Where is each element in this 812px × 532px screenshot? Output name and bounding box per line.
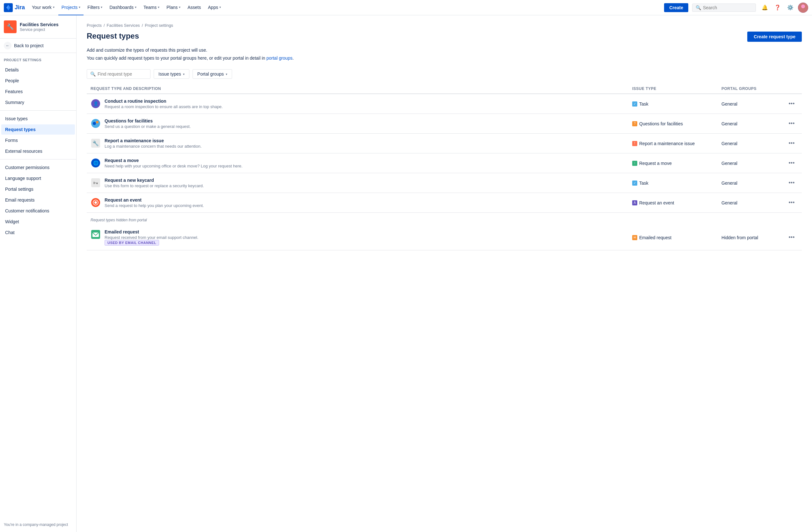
project-info: Facilities Services Service project [20, 22, 58, 32]
find-request-input[interactable] [98, 71, 145, 76]
create-request-type-button[interactable]: Create request type [747, 32, 802, 42]
jira-logo[interactable]: Jira [4, 3, 25, 12]
svg-point-16 [95, 201, 97, 204]
more-options-button[interactable]: ••• [785, 120, 798, 127]
sidebar-item-people[interactable]: People [1, 76, 75, 86]
sidebar-item-issue-types[interactable]: Issue types [1, 114, 75, 124]
settings-section-title: Project settings [0, 53, 76, 64]
table-row[interactable]: Questions for facilities Send us a quest… [87, 114, 802, 134]
nav-projects[interactable]: Projects ▾ [58, 0, 84, 15]
table-row[interactable]: 🗝 Request a new keycard Use this form to… [87, 173, 802, 193]
issue-type-cell: ! Report a maintenance issue [632, 141, 722, 146]
email-icon [91, 230, 100, 239]
sidebar: 🔧 Facilities Services Service project ← … [0, 15, 76, 532]
chevron-down-icon: ▾ [226, 72, 227, 76]
nav-filters[interactable]: Filters ▾ [84, 0, 105, 15]
breadcrumb-facilities[interactable]: Facilities Services [107, 23, 140, 28]
move-type-icon: ↑ [632, 161, 637, 166]
portal-groups-link[interactable]: portal groups [266, 56, 293, 61]
help-icon[interactable]: ❓ [772, 2, 783, 13]
col-issue-type: Issue type [632, 86, 722, 91]
maintenance-icon: ! [632, 141, 637, 146]
request-info: 👤 Conduct a routine inspection Request a… [90, 99, 632, 109]
nav-apps[interactable]: Apps ▾ [205, 0, 224, 15]
portal-group-cell: Hidden from portal [722, 235, 785, 240]
sidebar-item-features[interactable]: Features [1, 86, 75, 97]
table-row[interactable]: 🌐 Request a move Need help with your upc… [87, 154, 802, 173]
nav-plans[interactable]: Plans ▾ [163, 0, 184, 15]
more-options-button[interactable]: ••• [785, 179, 798, 186]
portal-groups-filter[interactable]: Portal groups ▾ [192, 69, 232, 79]
task-icon: ✓ [632, 101, 637, 106]
top-navigation: Jira Your work ▾ Projects ▾ Filters ▾ Da… [0, 0, 812, 15]
jira-wordmark: Jira [15, 4, 25, 11]
settings-icon[interactable]: ⚙️ [785, 2, 795, 13]
sidebar-item-widget[interactable]: Widget [1, 217, 75, 227]
portal-group-cell: General [722, 121, 785, 126]
chevron-down-icon: ▾ [183, 72, 185, 76]
sidebar-item-forms[interactable]: Forms [1, 135, 75, 145]
create-button[interactable]: Create [664, 3, 688, 12]
app-body: 🔧 Facilities Services Service project ← … [0, 15, 812, 532]
chevron-down-icon: ▾ [179, 5, 180, 9]
issue-type-cell: ? Questions for facilities [632, 121, 722, 126]
more-options-button[interactable]: ••• [785, 140, 798, 147]
sidebar-item-language-support[interactable]: Language support [1, 173, 75, 183]
find-request-search[interactable]: 🔍 [87, 69, 150, 79]
nav-your-work[interactable]: Your work ▾ [29, 0, 58, 15]
chevron-down-icon: ▾ [53, 5, 55, 9]
breadcrumb-projects[interactable]: Projects [87, 23, 102, 28]
user-avatar[interactable] [798, 2, 808, 13]
chevron-down-icon: ▾ [219, 5, 221, 9]
svg-text:🌐: 🌐 [93, 160, 99, 166]
sidebar-item-customer-notifications[interactable]: Customer notifications [1, 206, 75, 216]
sidebar-item-summary[interactable]: Summary [1, 97, 75, 107]
sidebar-item-email-requests[interactable]: Email requests [1, 195, 75, 205]
inspection-icon: 👤 [91, 99, 100, 108]
issue-type-cell: ✓ Task [632, 101, 722, 106]
sidebar-item-details[interactable]: Details [1, 65, 75, 75]
col-portal-groups: Portal groups [722, 86, 785, 91]
table-row[interactable]: 🔧 Report a maintenance issue Log a maint… [87, 134, 802, 154]
svg-text:👤: 👤 [93, 101, 99, 106]
sidebar-item-portal-settings[interactable]: Portal settings [1, 184, 75, 194]
more-options-button[interactable]: ••• [785, 160, 798, 167]
more-options-button[interactable]: ••• [785, 234, 798, 241]
request-type-icon: 🌐 [90, 158, 101, 168]
sidebar-item-chat[interactable]: Chat [1, 227, 75, 238]
request-type-icon [90, 229, 101, 240]
request-info: Questions for facilities Send us a quest… [90, 118, 632, 129]
table-row[interactable]: Emailed request Request received from yo… [87, 225, 802, 250]
request-text: Conduct a routine inspection Request a r… [104, 99, 223, 109]
breadcrumb-project-settings[interactable]: Project settings [145, 23, 173, 28]
breadcrumb: Projects / Facilities Services / Project… [87, 23, 802, 28]
back-to-project[interactable]: ← Back to project [0, 39, 76, 53]
search-box[interactable]: 🔍 [692, 3, 756, 12]
sidebar-item-request-types[interactable]: Request types [1, 125, 75, 134]
page-title: Request types [87, 32, 139, 41]
request-info: Request an event Send a request to help … [90, 198, 632, 208]
chevron-down-icon: ▾ [101, 5, 102, 9]
portal-group-cell: General [722, 141, 785, 146]
table-row[interactable]: 👤 Conduct a routine inspection Request a… [87, 94, 802, 114]
sidebar-item-customer-permissions[interactable]: Customer permissions [1, 162, 75, 173]
sidebar-project-header: 🔧 Facilities Services Service project [0, 15, 76, 39]
request-info: 🔧 Report a maintenance issue Log a maint… [90, 138, 632, 149]
nav-teams[interactable]: Teams ▾ [140, 0, 163, 15]
nav-dashboards[interactable]: Dashboards ▾ [106, 0, 140, 15]
request-type-icon [90, 118, 101, 129]
search-icon: 🔍 [696, 5, 701, 10]
search-input[interactable] [703, 5, 748, 10]
request-text: Emailed request Request received from yo… [104, 229, 198, 246]
request-info: Emailed request Request received from yo… [90, 229, 632, 246]
table-row[interactable]: Request an event Send a request to help … [87, 193, 802, 213]
portal-group-cell: General [722, 200, 785, 205]
nav-assets[interactable]: Assets [184, 0, 204, 15]
more-options-button[interactable]: ••• [785, 100, 798, 107]
request-text: Report a maintenance issue Log a mainten… [104, 138, 202, 149]
request-type-icon [90, 198, 101, 207]
more-options-button[interactable]: ••• [785, 199, 798, 206]
notifications-icon[interactable]: 🔔 [760, 2, 770, 13]
sidebar-item-external-resources[interactable]: External resources [1, 146, 75, 156]
issue-types-filter[interactable]: Issue types ▾ [154, 69, 189, 79]
